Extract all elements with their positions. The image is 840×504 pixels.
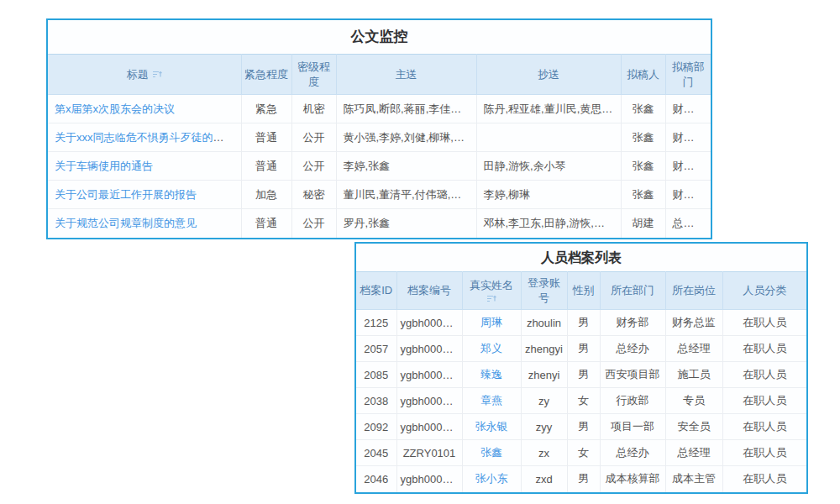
column-label: 档案ID <box>360 284 392 297</box>
cell-category: 在职人员 <box>722 466 806 492</box>
column-header-secrecy: 密级程度 <box>291 55 336 95</box>
cell-archive-no: ZZRY0101 <box>396 440 462 466</box>
cell-gender: 女 <box>567 440 600 466</box>
cell-drafter: 胡建 <box>621 209 665 238</box>
cell-main-send: 罗丹,张鑫 <box>336 209 476 238</box>
cell-position: 施工员 <box>665 362 722 388</box>
column-label: 真实姓名 <box>470 279 513 291</box>
column-label: 密级程度 <box>297 60 330 88</box>
sort-icon <box>152 70 162 79</box>
cell-secrecy: 秘密 <box>291 181 336 209</box>
cell-login-account: zyy <box>521 414 567 440</box>
column-header-gender: 性别 <box>567 272 600 310</box>
cell-position: 安全员 <box>665 414 722 440</box>
cell-drafter: 张鑫 <box>621 95 665 123</box>
cell-category: 在职人员 <box>722 362 806 388</box>
cell-cc <box>476 123 621 152</box>
cell-gender: 女 <box>567 388 600 414</box>
table-row: 2057ygbh000068郑义zhengyi男总经办总经理在职人员 <box>356 336 806 362</box>
personnel-archive-panel: 人员档案列表 档案ID档案编号真实姓名登录账号性别所在部门所在岗位人员分类 21… <box>354 242 808 494</box>
cell-position: 财务总监 <box>665 310 722 336</box>
title-link[interactable]: 关于车辆使用的通告 <box>55 160 153 172</box>
cell-cc: 陈丹,程亚雄,董川民,黄思璐... <box>476 95 621 123</box>
cell-gender: 男 <box>567 362 600 388</box>
real-name-link[interactable]: 章燕 <box>480 394 502 407</box>
column-header-position: 所在岗位 <box>665 272 722 310</box>
column-label: 抄送 <box>538 68 559 81</box>
cell-login-account: zhoulin <box>521 310 567 336</box>
column-header-department: 所在部门 <box>600 272 665 310</box>
cell-secrecy: 机密 <box>291 95 336 123</box>
real-name-link[interactable]: 臻逸 <box>480 368 502 381</box>
cell-drafter: 张鑫 <box>621 181 665 209</box>
cell-login-account: zxd <box>521 466 567 492</box>
cell-archive-id: 2046 <box>356 466 396 492</box>
title-link[interactable]: 关于xxx同志临危不惧勇斗歹徒的通报 <box>55 131 235 144</box>
table-row: 第x届第x次股东会的决议紧急机密陈巧凤,断郎,蒋丽,李佳怡,...陈丹,程亚雄,… <box>48 95 711 123</box>
real-name-link[interactable]: 郑义 <box>480 342 502 354</box>
cell-login-account: zx <box>521 440 567 466</box>
real-name-link[interactable]: 周琳 <box>480 316 502 328</box>
cell-real-name: 周琳 <box>462 310 521 336</box>
column-label: 登录账号 <box>528 276 560 304</box>
cell-cc: 李婷,柳琳 <box>476 181 621 209</box>
cell-real-name: 张永银 <box>462 414 521 440</box>
cell-real-name: 章燕 <box>462 388 521 414</box>
real-name-link[interactable]: 张永银 <box>475 420 508 433</box>
table-row: 关于xxx同志临危不惧勇斗歹徒的通报普通公开黄小强,李婷,刘健,柳琳,宋...张… <box>48 123 711 152</box>
column-label: 性别 <box>573 284 595 297</box>
column-label: 标题 <box>127 68 149 81</box>
cell-archive-no: ygbh000038 <box>396 388 462 414</box>
cell-position: 专员 <box>665 388 722 414</box>
real-name-link[interactable]: 张鑫 <box>480 446 502 459</box>
real-name-link[interactable]: 张小东 <box>475 472 508 485</box>
title-link[interactable]: 关于公司最近工作开展的报告 <box>55 188 197 201</box>
cell-archive-id: 2085 <box>356 362 396 388</box>
cell-real-name: 臻逸 <box>462 362 521 388</box>
cell-gender: 男 <box>567 310 600 336</box>
column-label: 拟稿人 <box>627 68 659 81</box>
column-header-real-name[interactable]: 真实姓名 <box>462 272 521 310</box>
cell-login-account: zhengyi <box>521 336 567 362</box>
cell-main-send: 陈巧凤,断郎,蒋丽,李佳怡,... <box>336 95 476 123</box>
cell-cc: 邓林,李卫东,田静,游恢,余... <box>476 209 621 238</box>
cell-category: 在职人员 <box>722 310 806 336</box>
column-header-urgency: 紧急程度 <box>241 55 291 95</box>
cell-category: 在职人员 <box>722 440 806 466</box>
title-link[interactable]: 第x届第x次股东会的决议 <box>55 102 175 115</box>
column-header-draft-dept: 拟稿部门 <box>665 55 711 95</box>
cell-drafter: 张鑫 <box>621 123 665 152</box>
cell-gender: 男 <box>567 336 600 362</box>
column-header-title[interactable]: 标题 <box>48 55 241 95</box>
cell-archive-id: 2125 <box>356 310 396 336</box>
cell-main-send: 李婷,张鑫 <box>336 152 476 181</box>
cell-gender: 男 <box>567 466 600 492</box>
cell-department: 西安项目部 <box>600 362 665 388</box>
cell-draft-dept: 财务部 <box>665 123 711 152</box>
cell-category: 在职人员 <box>722 336 806 362</box>
column-label: 人员分类 <box>743 284 786 297</box>
cell-draft-dept: 总经办 <box>665 209 711 238</box>
cell-title: 关于规范公司规章制度的意见 <box>48 209 241 238</box>
cell-title: 关于xxx同志临危不惧勇斗歹徒的通报 <box>48 123 241 152</box>
cell-archive-id: 2038 <box>356 388 396 414</box>
column-header-drafter: 拟稿人 <box>621 55 665 95</box>
cell-archive-id: 2045 <box>356 440 396 466</box>
cell-gender: 男 <box>567 414 600 440</box>
cell-title: 第x届第x次股东会的决议 <box>48 95 241 123</box>
cell-department: 财务部 <box>600 310 665 336</box>
doc-monitor-panel: 公文监控 标题紧急程度密级程度主送抄送拟稿人拟稿部门 第x届第x次股东会的决议紧… <box>46 18 712 239</box>
title-link[interactable]: 关于规范公司规章制度的意见 <box>55 217 197 229</box>
cell-archive-no: ygbh000104 <box>396 414 462 440</box>
cell-category: 在职人员 <box>722 414 806 440</box>
cell-archive-no: ygbh000068 <box>396 336 462 362</box>
cell-archive-no: ygbh000070 <box>396 310 462 336</box>
table-row: 2046ygbh000050张小东zxd男成本核算部成本主管在职人员 <box>356 466 806 492</box>
sort-icon <box>486 294 496 303</box>
cell-archive-no: ygbh000050 <box>396 466 462 492</box>
cell-main-send: 黄小强,李婷,刘健,柳琳,宋... <box>336 123 476 152</box>
column-header-category: 人员分类 <box>722 272 806 310</box>
column-label: 所在岗位 <box>672 284 716 297</box>
cell-urgency: 普通 <box>241 152 291 181</box>
cell-department: 行政部 <box>600 388 665 414</box>
